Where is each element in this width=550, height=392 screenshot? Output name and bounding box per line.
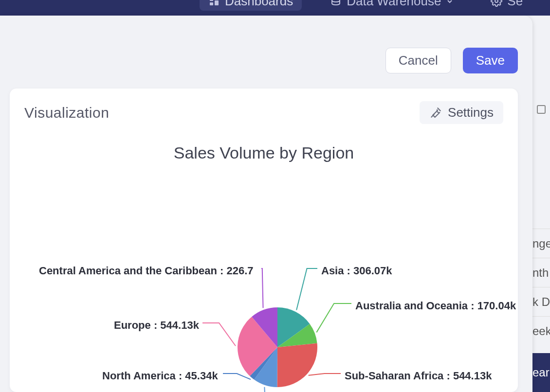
svg-rect-2 <box>215 0 219 5</box>
pie-slice-label: Sub-Saharan Africa : 544.13k <box>345 370 492 382</box>
top-nav: Dashboards Data Warehouse Se <box>0 0 550 16</box>
svg-rect-3 <box>210 2 213 5</box>
pie-connector <box>296 268 317 310</box>
save-button[interactable]: Save <box>463 48 518 73</box>
side-peek-icon <box>532 95 550 124</box>
side-peek-text: nge <box>532 229 550 258</box>
pie-slice-label: Asia : 306.07k <box>321 265 392 277</box>
pie-connector <box>316 303 351 332</box>
pie-chart: Asia : 306.07kAustralia and Oceania : 17… <box>24 167 503 392</box>
chevron-down-icon <box>446 0 454 9</box>
pie-connector <box>202 323 236 346</box>
side-peek-text: ear <box>532 353 550 392</box>
modal-actions: Cancel Save <box>385 48 518 73</box>
nav-dashboards[interactable]: Dashboards <box>200 0 302 11</box>
gear-icon <box>491 0 502 7</box>
dashboard-icon <box>208 0 220 7</box>
nav-data-warehouse-label: Data Warehouse <box>347 0 441 9</box>
pie-slice-label: Europe : 544.13k <box>114 319 199 332</box>
pie-connector <box>309 374 341 375</box>
cancel-button[interactable]: Cancel <box>385 48 451 73</box>
settings-button[interactable]: Settings <box>420 101 503 124</box>
side-peek-text: nth <box>532 258 550 287</box>
card-header: Visualization Settings <box>24 101 503 124</box>
svg-rect-0 <box>210 0 213 1</box>
nav-data-warehouse[interactable]: Data Warehouse <box>321 0 462 11</box>
svg-rect-6 <box>537 106 545 113</box>
visualization-card: Visualization Settings Sales Volume by R… <box>10 89 518 392</box>
pie-slice-label: Central America and the Caribbean : 226.… <box>39 265 254 277</box>
chart-title: Sales Volume by Region <box>24 143 503 162</box>
pie-slice-label: North America : 45.34k <box>102 370 218 382</box>
modal-panel: Cancel Save Visualization Settings Sales… <box>0 16 532 392</box>
pie-connector <box>261 268 263 308</box>
nav-settings[interactable]: Se <box>482 0 532 11</box>
pie-slice-label: Australia and Oceania : 170.04k <box>355 300 516 312</box>
pie-connector <box>223 374 251 379</box>
nav-dashboards-label: Dashboards <box>225 0 293 9</box>
card-section-title: Visualization <box>24 105 109 121</box>
pie-connector <box>264 387 266 392</box>
tools-icon <box>429 107 442 119</box>
pie-slice[interactable] <box>277 343 317 387</box>
settings-button-label: Settings <box>448 105 494 120</box>
svg-point-5 <box>495 0 498 2</box>
database-icon <box>330 0 342 7</box>
side-peek-text: k D <box>532 287 550 316</box>
nav-settings-label: Se <box>507 0 523 9</box>
side-peek-text: eek <box>532 316 550 345</box>
